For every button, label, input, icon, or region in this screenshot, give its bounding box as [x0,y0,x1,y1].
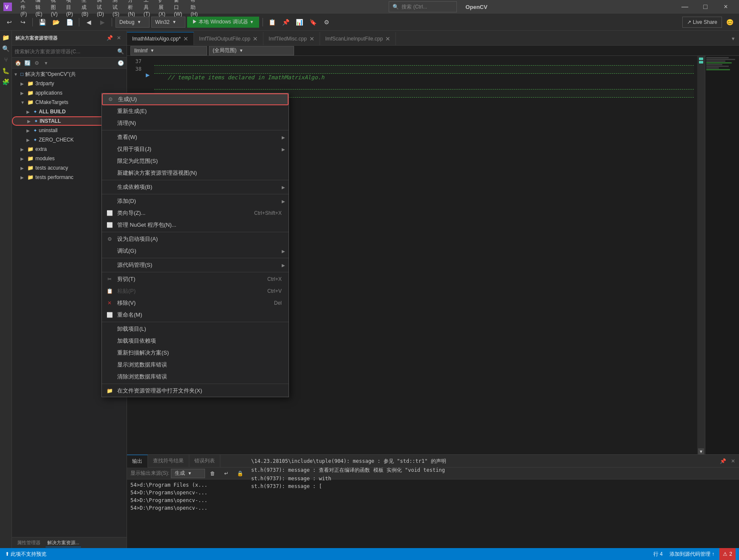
output-wrap-button[interactable]: ↵ [220,468,232,479]
context-menu-scope[interactable]: 限定为此范围(S) [102,155,289,167]
toolbar-btn-5[interactable]: ⚙ [321,16,333,28]
menu-build[interactable]: 生成(B) [78,0,92,18]
tab-close-icon[interactable]: ✕ [385,35,390,42]
context-menu-cut[interactable]: ✂ 剪切(T) Ctrl+X [102,273,289,285]
mini-line [706,62,732,64]
context-menu-clear-errors[interactable]: 清除浏览数据库错误 [102,371,289,383]
menu-help[interactable]: 帮助(H) [187,0,201,18]
context-menu-rebuild[interactable]: 重新生成(E) [102,105,289,117]
menu-project[interactable]: 项目(P) [63,0,76,18]
context-menu-source-control[interactable]: 源代码管理(S) ▶ [102,259,289,271]
sidebar-pin-button[interactable]: 📌 [105,34,114,42]
activity-git[interactable]: ⑂ [1,55,11,65]
tree-home-btn[interactable]: 🏠 [14,59,22,67]
toolbar-btn-3[interactable]: 📊 [294,16,306,28]
context-menu-project-only[interactable]: 仅用于项目(J) ▶ [102,143,289,155]
context-menu-new-view[interactable]: 新建解决方案资源管理器视图(N) [102,167,289,179]
toolbar-btn-2[interactable]: 📌 [280,16,292,28]
context-menu-nuget[interactable]: ⬜ 管理 NuGet 程序包(N)... [102,219,289,231]
activity-explorer[interactable]: 📁 [1,32,11,43]
panel-tab-find[interactable]: 查找符号结果 [148,455,189,468]
tab-imftiledmisc[interactable]: ImfTiledMisc.cpp ✕ [263,32,320,45]
context-menu-remove[interactable]: ✕ 移除(V) Del [102,297,289,309]
new-button[interactable]: 📄 [64,16,75,28]
menu-test[interactable]: 测试(S) [109,0,123,18]
tab-overflow-button[interactable]: ▾ [727,32,739,45]
scroll-arrow-down[interactable]: ▼ [698,448,704,454]
context-menu-show-errors[interactable]: 显示浏览数据库错误 [102,359,289,371]
panel-tab-errors[interactable]: 错误列表 [189,455,220,468]
output-lock-button[interactable]: 🔒 [234,468,246,479]
context-menu-add[interactable]: 添加(D) ▶ [102,195,289,207]
title-search[interactable]: 🔍 搜索 (Ctrl... [389,1,457,12]
menu-analyze[interactable]: 分析(N) [124,0,139,18]
context-menu-class-wizard[interactable]: ⬜ 类向导(Z)... Ctrl+Shift+X [102,207,289,219]
context-menu-rename[interactable]: ⬜ 重命名(M) [102,309,289,321]
close-button[interactable]: × [716,0,736,14]
tab-close-icon[interactable]: ✕ [183,35,188,42]
tab-imathmatrixalgo[interactable]: ImathMatrixAlgo.cpp* ✕ [127,32,194,45]
context-menu-load-deps[interactable]: 加载项目依赖项 [102,335,289,347]
context-menu-debug[interactable]: 调试(G) ▶ [102,245,289,257]
context-menu-build-deps[interactable]: 生成依赖项(B) ▶ [102,181,289,193]
context-menu-open-folder[interactable]: 📁 在文件资源管理器中打开文件夹(X) [102,385,289,397]
status-error-badge[interactable]: ⚠ 2 [719,548,736,560]
tab-close-icon[interactable]: ✕ [253,35,258,42]
undo-button[interactable]: ↩ [3,16,15,28]
context-menu-startup[interactable]: ⚙ 设为启动项目(A) [102,233,289,245]
context-menu-view[interactable]: 查看(W) ▶ [102,131,289,143]
menu-window[interactable]: 窗口(W) [170,0,185,18]
platform-dropdown[interactable]: Win32 ▼ [151,17,185,28]
maximize-button[interactable]: □ [696,0,715,14]
status-left[interactable]: ⬆ 此项不支持预览 [3,551,48,558]
prop-tab-2[interactable]: 解决方案资源... [46,539,81,547]
symbol-dropdown[interactable]: llmlmf ▼ [130,46,207,55]
context-menu-build[interactable]: ⚙ 生成(U) [102,93,289,105]
tree-filter-btn[interactable]: ⚙ [32,59,41,67]
tree-history-btn[interactable]: 🕐 [116,59,125,67]
context-menu-rescan[interactable]: 重新扫描解决方案(S) [102,347,289,359]
tab-imfscanlineinputfile[interactable]: ImfScanLineInputFile.cpp ✕ [320,32,396,45]
debug-config-dropdown[interactable]: Debug ▼ [115,17,150,28]
redo-button[interactable]: ↪ [17,16,29,28]
status-add-source-control[interactable]: 添加到源代码管理 ↑ [668,551,716,558]
sidebar-close-button[interactable]: ✕ [115,34,123,42]
tree-solution[interactable]: ▼ □ 解决方案"OpenCV"(共 [12,69,127,79]
menu-edit[interactable]: 编辑(E) [32,0,46,18]
feedback-button[interactable]: 😊 [724,16,736,28]
activity-search[interactable]: 🔍 [1,43,11,54]
context-menu-clean[interactable]: 清理(N) [102,117,289,129]
sidebar-search-input[interactable] [14,49,117,55]
output-source-dropdown[interactable]: 生成 ▼ [171,469,205,478]
activity-debug[interactable]: 🐛 [1,66,11,76]
tree-3rdparty[interactable]: ▶ 📁 3rdparty [12,79,127,88]
live-share-button[interactable]: ↗ Live Share [682,17,722,28]
back-button[interactable]: ◀ [83,16,95,28]
forward-button[interactable]: ▶ [96,16,108,28]
toolbar-btn-4[interactable]: 🔖 [307,16,319,28]
scope-dropdown[interactable]: (全局范围) ▼ [209,46,294,55]
clear-errors-icon [105,372,114,381]
menu-debug[interactable]: 调试(D) [93,0,107,18]
save-button[interactable]: 💾 [36,16,48,28]
tree-sync-btn[interactable]: 🔄 [23,59,32,67]
panel-tab-output[interactable]: 输出 [127,455,148,468]
open-button[interactable]: 📂 [50,16,62,28]
tab-imftiledoutputfile[interactable]: ImfTiledOutputFile.cpp ✕ [194,32,263,45]
menu-extensions[interactable]: 扩展(X) [155,0,169,18]
open-folder-icon: 📁 [105,387,114,395]
status-position[interactable]: 行 4 [652,551,664,558]
menu-file[interactable]: 文件(F) [17,0,30,18]
minimize-button[interactable]: — [675,0,695,14]
toolbar-btn-1[interactable]: 📋 [266,16,278,28]
menu-view[interactable]: 视图(V) [47,0,61,18]
tree-more-btn[interactable]: ▾ [42,59,50,67]
output-clear-button[interactable]: 🗑 [207,468,219,479]
context-menu-unload[interactable]: 卸载项目(L) [102,323,289,335]
cm-separator [102,130,289,130]
activity-extensions[interactable]: 🧩 [1,77,11,87]
prop-tab-1[interactable]: 属性管理器 [15,539,42,547]
run-button[interactable]: ▶ 本地 Windows 调试器 ▼ [187,17,259,28]
menu-tools[interactable]: 工具(T) [140,0,153,18]
tab-close-icon[interactable]: ✕ [309,35,315,42]
